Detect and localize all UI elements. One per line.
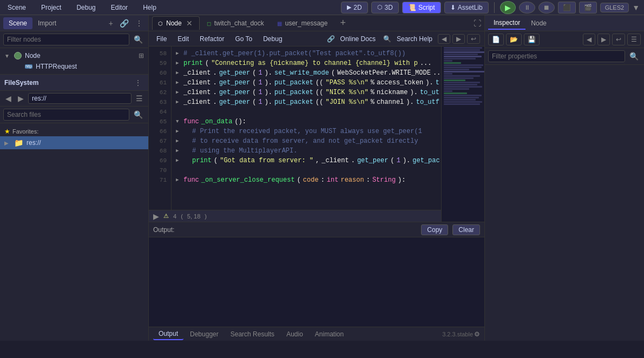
editor-tab-node[interactable]: ⬡ Node ✕ (152, 16, 200, 30)
inspector-history-btn[interactable]: ↩ (612, 34, 625, 45)
nav-history-btn[interactable]: ↩ (467, 34, 480, 44)
inspector-new-btn[interactable]: 📄 (488, 34, 504, 45)
fold-69[interactable]: ▶ (176, 156, 181, 165)
editor-tab-user-message[interactable]: ▦ user_message (271, 17, 334, 29)
inspector-open-btn[interactable]: 📂 (506, 34, 522, 45)
editor-tab-twitch[interactable]: ◻ twitch_chat_dock (201, 17, 270, 29)
code-line-66: ▶ # Print the received packet, you MUST … (176, 127, 480, 136)
tab-expand-btn[interactable]: ⛶ (474, 19, 481, 28)
toolbar-edit[interactable]: Edit (174, 34, 192, 44)
status-expand-btn[interactable]: ▶ (153, 212, 159, 221)
fold-61[interactable]: ▶ (176, 78, 181, 88)
toolbar-goto[interactable]: Go To (232, 34, 255, 44)
output-panel: Output: Copy Clear Output Debugger Searc… (149, 222, 484, 341)
mode-3d-btn[interactable]: ⬡ 3D (371, 2, 399, 14)
toolbar-search-help[interactable]: Search Help (393, 34, 436, 44)
inspector-filter: 🔍 (485, 48, 644, 65)
tab-scene[interactable]: Scene (3, 17, 32, 29)
scene-menu-btn[interactable]: ⋮ (133, 18, 145, 29)
output-tab-search[interactable]: Search Results (225, 329, 280, 340)
tab-node-label: Node (166, 19, 182, 27)
online-docs-link[interactable]: 🔗 (327, 35, 335, 43)
fold-62[interactable]: ▶ (176, 88, 181, 97)
play-btn[interactable]: ▶ (500, 1, 516, 14)
filesystem-title: FileSystem (4, 79, 132, 87)
output-tabs: Output Debugger Search Results Audio Ani… (149, 327, 484, 341)
filesystem-header: FileSystem ⋮ (0, 75, 148, 91)
copy-btn[interactable]: Copy (421, 224, 448, 235)
movie-btn[interactable]: 🎬 (579, 2, 597, 14)
tab-twitch-label: twitch_chat_dock (214, 19, 264, 27)
menu-help[interactable]: Help (140, 3, 160, 12)
tab-inspector[interactable]: Inspector (488, 17, 525, 30)
link-btn[interactable]: 🔗 (117, 18, 131, 29)
menu-project[interactable]: Project (38, 3, 64, 12)
inspector-save-btn[interactable]: 💾 (524, 34, 540, 45)
fold-59[interactable]: ▶ (176, 58, 181, 68)
script-btn[interactable]: 📜 Script (402, 2, 441, 14)
search-files-input[interactable] (3, 109, 129, 121)
tab-node-close[interactable]: ✕ (185, 19, 194, 28)
favorites-label-text: Favorites: (12, 128, 38, 135)
output-tab-output[interactable]: Output (153, 328, 183, 340)
fs-flat-btn[interactable]: ☰ (134, 93, 145, 104)
tree-item-node[interactable]: ▼ Node ⊞ (0, 50, 148, 61)
scene-tab-actions: + 🔗 ⋮ (107, 18, 145, 29)
pause-btn[interactable]: ⏸ (519, 2, 535, 14)
stop-btn[interactable]: ⏹ (538, 2, 555, 14)
fold-68[interactable]: ▶ (176, 146, 181, 156)
output-settings-icon[interactable]: ⚙ (474, 330, 480, 338)
toolbar-refactor[interactable]: Refactor (196, 34, 227, 44)
toolbar-file[interactable]: File (153, 34, 170, 44)
tab-import[interactable]: Import (32, 17, 62, 29)
paren-close: ) (205, 213, 207, 220)
clear-btn[interactable]: Clear (452, 224, 480, 235)
output-content[interactable] (149, 237, 484, 327)
output-tab-debugger[interactable]: Debugger (185, 329, 224, 340)
output-label: Output: (153, 226, 417, 234)
nav-prev-btn[interactable]: ◀ (438, 34, 450, 44)
nav-back-btn[interactable]: ◀ (3, 93, 14, 104)
filter-search-icon[interactable]: 🔍 (132, 34, 145, 45)
tree-item-label: Node (25, 52, 41, 59)
nav-forward-btn[interactable]: ▶ (16, 93, 26, 104)
filter-properties-input[interactable] (488, 50, 625, 62)
code-content[interactable]: 58 59 60 61 62 63 64 65 66 67 68 69 70 7… (149, 47, 484, 210)
toolbar-online-docs[interactable]: Online Docs (337, 34, 379, 44)
fold-66[interactable]: ▶ (176, 127, 181, 136)
step-btn[interactable]: ⬛ (558, 2, 576, 14)
fs-search-icon[interactable]: 🔍 (132, 109, 145, 120)
code-lines[interactable]: ▶ # _client.get_peer(1).put_packet("Test… (172, 47, 484, 210)
fold-58[interactable]: ▶ (176, 49, 181, 58)
fold-63[interactable]: ▶ (176, 97, 181, 107)
menu-scene[interactable]: Scene (4, 3, 29, 12)
nav-next-btn[interactable]: ▶ (452, 34, 465, 44)
tab-add-btn[interactable]: + (337, 17, 349, 29)
fold-60[interactable]: ▶ (176, 68, 181, 78)
fold-65[interactable]: ▼ (176, 117, 181, 127)
filter-properties-search-icon[interactable]: 🔍 (627, 51, 641, 62)
fs-item-label: res:// (27, 139, 41, 147)
output-tab-animation[interactable]: Animation (310, 329, 349, 340)
toolbar-debug[interactable]: Debug (260, 34, 285, 44)
tree-item-httprequest[interactable]: http HTTPRequest (0, 61, 148, 72)
fs-menu-btn[interactable]: ⋮ (132, 77, 144, 88)
add-node-btn[interactable]: + (107, 18, 115, 29)
output-tab-audio[interactable]: Audio (281, 329, 308, 340)
search-help-icon[interactable]: 🔍 (383, 35, 391, 43)
menu-debug[interactable]: Debug (73, 3, 98, 12)
fs-item-res[interactable]: ▶ 📁 res:// (0, 136, 148, 149)
gles-dropdown-icon[interactable]: ▼ (632, 3, 640, 12)
tab-node[interactable]: Node (525, 17, 552, 29)
inspector-filter-btn[interactable]: ☰ (627, 34, 641, 45)
scene-panel-tabs: Scene Import + 🔗 ⋮ (0, 15, 148, 31)
fold-67[interactable]: ▶ (176, 136, 181, 146)
filter-nodes-input[interactable] (3, 34, 129, 45)
scene-tree: ▼ Node ⊞ http HTTPRequest (0, 48, 148, 74)
inspector-next-btn[interactable]: ▶ (597, 34, 610, 45)
inspector-prev-btn[interactable]: ◀ (583, 34, 595, 45)
assetlib-btn[interactable]: ⬇ AssetLib (444, 2, 489, 14)
mode-2d-btn[interactable]: ▶ 2D (341, 2, 367, 14)
menu-editor[interactable]: Editor (108, 3, 131, 12)
fold-71[interactable]: ▶ (176, 175, 181, 185)
